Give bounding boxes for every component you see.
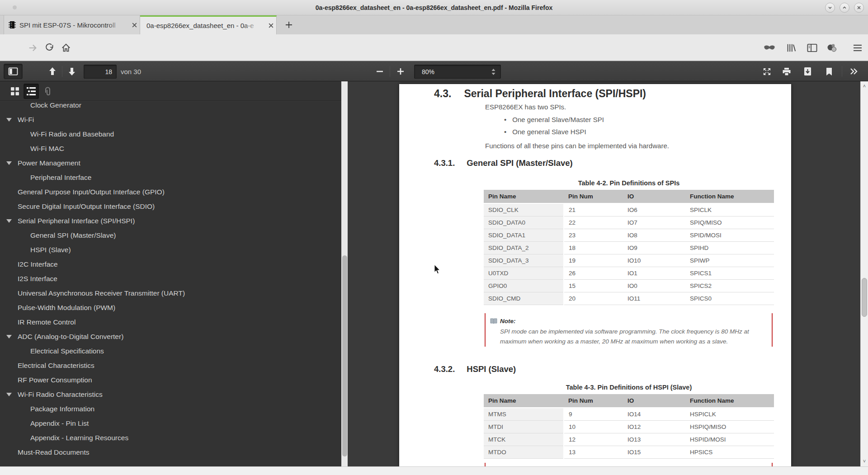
- paragraph: ESP8266EX has two SPIs.: [485, 103, 566, 111]
- table-caption: Table 4-3. Pin Definitions of HSPI (Slav…: [484, 384, 774, 391]
- menu-button[interactable]: [849, 34, 866, 61]
- account-button[interactable]: [824, 34, 840, 61]
- collapse-triangle-icon[interactable]: [6, 118, 12, 122]
- collapse-triangle-icon[interactable]: [6, 393, 12, 396]
- outline-item[interactable]: Wi-Fi Radio Characteristics: [0, 387, 335, 402]
- home-button[interactable]: [58, 34, 74, 61]
- scroll-up-icon[interactable]: ˄: [861, 84, 868, 88]
- collapse-triangle-icon[interactable]: [6, 335, 12, 339]
- table-header-row: Pin NamePin NumIOFunction Name: [484, 394, 774, 408]
- more-tools-button[interactable]: [846, 64, 862, 79]
- sidebar-scrollbar[interactable]: [341, 81, 348, 466]
- outline-item[interactable]: Appendix - Pin List: [0, 416, 335, 431]
- pdf-toolbar: von 30 80%: [0, 61, 868, 81]
- maximize-button[interactable]: [840, 3, 849, 13]
- page-number-input[interactable]: [84, 65, 117, 79]
- paragraph: Functions of all these pins can be imple…: [485, 142, 669, 150]
- outline-item[interactable]: Wi-Fi Radio and Baseband: [0, 127, 335, 141]
- outline-item[interactable]: ADC (Analog-to-Digital Converter): [0, 329, 335, 344]
- table-cell: SDIO_CMD: [484, 292, 564, 305]
- outline-item[interactable]: IR Remote Control: [0, 315, 335, 329]
- mask-button[interactable]: [761, 34, 778, 61]
- subsection-heading: 4.3.2.HSPI (Slave): [434, 364, 516, 374]
- outline-item[interactable]: Electrical Specifications: [0, 344, 335, 358]
- page-scrollbar-thumb[interactable]: [862, 278, 867, 317]
- table-cell: U0TXD: [484, 267, 564, 279]
- table-cell: MTDI: [484, 420, 564, 433]
- table-row: MTMS9IO14HSPICLK: [484, 408, 774, 420]
- library-button[interactable]: [783, 34, 799, 61]
- download-icon: [804, 67, 811, 76]
- outline-item[interactable]: RF Power Consumption: [0, 373, 335, 387]
- tab-datasheet-active[interactable]: 0a-esp8266ex_datasheet_en - 0a-e: [140, 15, 277, 34]
- bookmark-button[interactable]: [821, 64, 837, 79]
- tab-close-button[interactable]: [265, 20, 276, 31]
- minimize-button[interactable]: [825, 3, 835, 13]
- outline-icon: [27, 87, 36, 95]
- pdf-sidebar-toggle-button[interactable]: [4, 64, 23, 79]
- outline-item[interactable]: Package Information: [0, 402, 335, 416]
- scroll-down-icon[interactable]: ˅: [861, 459, 868, 463]
- outline-item[interactable]: Must-Read Documents: [0, 445, 335, 460]
- reload-button[interactable]: [42, 34, 57, 61]
- outline-item[interactable]: Peripheral Interface: [0, 170, 335, 185]
- outline-item[interactable]: Universal Asynchronous Receiver Transmit…: [0, 286, 335, 301]
- outline-item[interactable]: Serial Peripheral Interface (SPI/HSPI): [0, 214, 335, 228]
- sidebars-button[interactable]: [804, 34, 820, 61]
- page-count-label: von 30: [121, 61, 141, 82]
- outline-view-button[interactable]: [24, 84, 39, 99]
- outline-item-label: Wi-Fi: [18, 113, 34, 127]
- zoom-out-button[interactable]: [372, 64, 388, 79]
- table-cell: IO11: [623, 292, 685, 305]
- presentation-mode-button[interactable]: [759, 64, 775, 79]
- page-scrollbar[interactable]: ˄ ˅: [860, 81, 868, 466]
- outline-item[interactable]: Pulse-Width Modulation (PWM): [0, 301, 335, 315]
- attachments-view-button[interactable]: [40, 84, 55, 99]
- zoom-in-button[interactable]: [392, 64, 409, 79]
- table-row: U0TXD26IO1SPICS1: [484, 267, 774, 279]
- table-cell: HSPID/MOSI: [685, 433, 774, 446]
- new-tab-button[interactable]: [281, 18, 297, 32]
- zoom-value: 80%: [422, 68, 434, 75]
- tab-close-button[interactable]: [129, 19, 140, 30]
- download-button[interactable]: [799, 64, 816, 79]
- outline-item[interactable]: Electrical Characteristics: [0, 358, 335, 373]
- table-caption: Table 4-2. Pin Definitions of SPIs: [484, 179, 774, 187]
- pin-definitions-spi-table: Pin NamePin NumIOFunction NameSDIO_CLK21…: [484, 190, 774, 305]
- outline-item[interactable]: Wi-Fi MAC: [0, 141, 335, 156]
- outline-item[interactable]: Secure Digital Input/Output Interface (S…: [0, 199, 335, 214]
- outline-item[interactable]: Wi-Fi: [0, 113, 335, 127]
- tab-title-fade: [244, 19, 263, 34]
- toolbar-separator: [842, 66, 842, 77]
- mouse-cursor: [434, 264, 441, 274]
- outline-item[interactable]: HSPI (Slave): [0, 243, 335, 257]
- close-button[interactable]: [854, 3, 864, 13]
- sidebar-scrollbar-thumb[interactable]: [342, 255, 347, 456]
- zoom-select[interactable]: 80%: [414, 65, 501, 79]
- table-row: SDIO_DATA022IO7SPIQ/MISO: [484, 216, 774, 229]
- table-cell: HPSICS: [685, 446, 774, 458]
- zoom-out-icon: [376, 68, 383, 75]
- note-book-icon: [490, 318, 497, 324]
- table-cell: 15: [564, 279, 623, 292]
- tab-mikrocontroller[interactable]: µCn SPI mit ESP-07S - Mikrocontroll: [4, 15, 140, 34]
- document-outline: Clock GeneratorWi-FiWi-Fi Radio and Base…: [0, 98, 335, 460]
- outline-item[interactable]: I2C Interface: [0, 257, 335, 272]
- outline-item[interactable]: General SPI (Master/Slave): [0, 228, 335, 243]
- outline-item[interactable]: Clock Generator: [0, 98, 335, 113]
- thumbnails-view-button[interactable]: [7, 84, 23, 99]
- page-up-button[interactable]: [44, 64, 61, 79]
- outline-item[interactable]: General Purpose Input/Output Interface (…: [0, 185, 335, 199]
- page-down-button[interactable]: [64, 64, 80, 79]
- outline-item[interactable]: Appendix - Learning Resources: [0, 431, 335, 445]
- outline-item[interactable]: I2S Interface: [0, 272, 335, 286]
- print-button[interactable]: [778, 64, 795, 79]
- table-cell: SDIO_DATA1: [484, 229, 564, 241]
- table-cell: 23: [564, 229, 623, 241]
- outline-item-label: Electrical Specifications: [30, 344, 104, 358]
- outline-item-label: General SPI (Master/Slave): [30, 228, 116, 243]
- collapse-triangle-icon[interactable]: [6, 219, 12, 223]
- forward-button[interactable]: [25, 34, 40, 61]
- collapse-triangle-icon[interactable]: [6, 161, 12, 165]
- outline-item[interactable]: Power Management: [0, 156, 335, 170]
